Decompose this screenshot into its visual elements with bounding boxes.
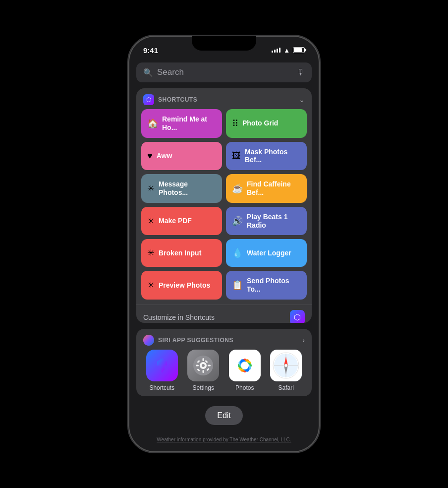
home-icon: 🏠: [147, 118, 158, 129]
battery-icon: [293, 47, 305, 53]
customize-label: Customize in Shortcuts: [143, 313, 215, 321]
signal-icon: [272, 48, 280, 53]
svg-point-19: [241, 362, 249, 369]
shortcuts-widget-header: ⬡ SHORTCUTS ⌄: [136, 88, 312, 109]
grid-icon: ⠿: [232, 118, 238, 129]
shortcut-remind-me[interactable]: 🏠 Remind Me at Ho...: [141, 109, 222, 138]
shortcut-label: Find Caffeine Bef...: [247, 180, 301, 197]
customize-row[interactable]: Customize in Shortcuts ⬡: [136, 305, 312, 323]
chevron-down-icon[interactable]: ⌄: [299, 96, 305, 104]
water-icon: 💧: [232, 247, 243, 258]
shortcut-label: Broken Input: [159, 249, 201, 257]
shortcuts-app-icon-small: ⬡: [143, 94, 154, 105]
shortcuts-logo: ⬡: [290, 310, 305, 323]
screen-content: 🔍 Search 🎙 ⬡ SHORTCUTS ⌄ 🏠 Remind Me at …: [128, 58, 320, 452]
siri-app-label: Settings: [193, 384, 214, 391]
siri-header: SIRI APP SUGGESTIONS ›: [136, 329, 312, 350]
wifi-icon: ▲: [283, 47, 290, 54]
svg-rect-5: [203, 370, 204, 373]
shortcut-photo-grid[interactable]: ⠿ Photo Grid: [226, 109, 307, 138]
shortcut-find-caffeine[interactable]: ☕ Find Caffeine Bef...: [226, 174, 307, 203]
phone-frame: 9:41 ▲ 🔍 Search 🎙 ⬡: [127, 35, 321, 453]
svg-rect-7: [208, 365, 211, 366]
heart-icon: ♥: [147, 151, 153, 161]
status-icons: ▲: [272, 47, 305, 54]
siri-app-label: Photos: [235, 384, 254, 391]
svg-point-0: [143, 335, 154, 346]
siri-chevron-right-icon[interactable]: ›: [302, 336, 305, 344]
sparkle-icon: ✳: [147, 216, 155, 227]
shortcut-aww[interactable]: ♥ Aww: [141, 142, 222, 171]
shortcut-label: Photo Grid: [242, 119, 278, 127]
siri-app-shortcuts[interactable]: Shortcuts: [146, 350, 178, 391]
shortcut-label: Send Photos To...: [247, 277, 301, 294]
shortcut-water-logger[interactable]: 💧 Water Logger: [226, 239, 307, 267]
sparkle-icon: ✳: [147, 183, 155, 194]
search-bar[interactable]: 🔍 Search 🎙: [136, 62, 312, 82]
shortcut-preview-photos[interactable]: ✳ Preview Photos: [141, 271, 222, 300]
shortcuts-widget: ⬡ SHORTCUTS ⌄ 🏠 Remind Me at Ho... ⠿ Pho…: [136, 88, 312, 323]
settings-app-icon: [187, 350, 219, 381]
shortcut-label: Aww: [157, 152, 172, 160]
coffee-icon: ☕: [232, 183, 243, 194]
siri-widget-title: SIRI APP SUGGESTIONS: [158, 337, 233, 344]
shortcut-label: Preview Photos: [159, 281, 210, 290]
shortcuts-app-icon: [146, 350, 178, 381]
siri-suggestions-widget: SIRI APP SUGGESTIONS ›: [136, 329, 312, 396]
photos-app-icon: [229, 350, 261, 381]
search-icon: 🔍: [143, 68, 153, 77]
status-time: 9:41: [143, 46, 158, 55]
sparkle-icon: ✳: [147, 247, 155, 258]
shortcut-label: Message Photos...: [159, 180, 216, 197]
shortcut-send-photos[interactable]: 📋 Send Photos To...: [226, 271, 307, 300]
sparkle-icon: ✳: [147, 280, 155, 291]
shortcut-play-beats[interactable]: 🔊 Play Beats 1 Radio: [226, 207, 307, 236]
svg-point-27: [284, 364, 287, 367]
edit-button[interactable]: Edit: [205, 406, 243, 425]
image-icon: 🖼: [232, 151, 241, 161]
svg-point-3: [202, 364, 205, 367]
edit-btn-container: Edit: [136, 402, 312, 429]
search-placeholder: Search: [157, 67, 293, 77]
shortcut-label: Play Beats 1 Radio: [247, 213, 301, 230]
notch: [192, 36, 256, 51]
shortcut-broken-input[interactable]: ✳ Broken Input: [141, 239, 222, 267]
shortcut-label: Make PDF: [159, 217, 192, 225]
siri-app-settings[interactable]: Settings: [187, 350, 219, 391]
shortcuts-grid: 🏠 Remind Me at Ho... ⠿ Photo Grid ♥ Aww …: [136, 109, 312, 305]
footer-text: Weather information provided by The Weat…: [136, 435, 312, 444]
siri-app-safari[interactable]: Safari: [270, 350, 302, 391]
speaker-icon: 🔊: [232, 216, 243, 227]
siri-icon: [143, 335, 154, 346]
shortcut-mask-photos[interactable]: 🖼 Mask Photos Bef...: [226, 142, 307, 171]
svg-rect-6: [196, 365, 199, 366]
shortcut-label: Remind Me at Ho...: [162, 115, 216, 132]
svg-rect-4: [203, 358, 204, 361]
siri-apps-row: Shortcuts: [136, 350, 312, 396]
shortcuts-widget-title: SHORTCUTS: [158, 96, 197, 103]
mic-icon[interactable]: 🎙: [297, 68, 305, 77]
siri-app-photos[interactable]: Photos: [229, 350, 261, 391]
shortcut-label: Water Logger: [247, 249, 291, 257]
safari-app-icon: [270, 350, 302, 381]
shortcut-label: Mask Photos Bef...: [245, 148, 301, 165]
siri-app-label: Shortcuts: [149, 384, 174, 391]
list-icon: 📋: [232, 280, 243, 291]
siri-app-label: Safari: [279, 384, 294, 391]
shortcut-message-photos[interactable]: ✳ Message Photos...: [141, 174, 222, 203]
shortcut-make-pdf[interactable]: ✳ Make PDF: [141, 207, 222, 236]
